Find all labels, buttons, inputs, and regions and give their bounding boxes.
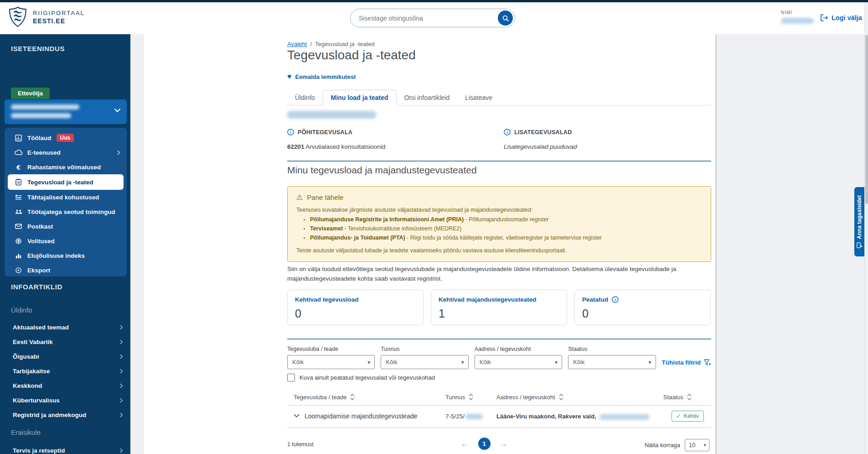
page-number-button[interactable]: 1 xyxy=(478,438,491,450)
logout-icon xyxy=(821,14,828,21)
secondary-activities-label: LISATEGEVUSALAD xyxy=(514,129,572,136)
stat-cards: Kehtivad tegevusload 0 Kehtivad majandus… xyxy=(287,290,711,325)
filter-select-tegevusluba[interactable]: Kõik▾ xyxy=(287,355,375,369)
portal-name: RIIGIPORTAAL xyxy=(33,10,85,16)
table-header: Tegevusluba / teade Tunnus Aadress / teg… xyxy=(287,393,711,405)
filter-label-staatus: Staatus xyxy=(568,346,656,352)
tab-minu-load-ja-teated[interactable]: Minu load ja teated xyxy=(323,90,397,105)
next-page-arrow[interactable]: → xyxy=(500,439,508,449)
role-badge[interactable]: Ettevõtja xyxy=(11,88,50,99)
redacted-address-suffix xyxy=(599,414,650,420)
nav-item-label: Keskkond xyxy=(13,382,42,389)
sidebar-item-tarbijakaitse[interactable]: Tarbijakaitse xyxy=(0,364,130,378)
remove-favorite-button[interactable]: ♥ Eemalda lemmikutest xyxy=(287,73,356,80)
results-count: 1 tulemust xyxy=(287,441,314,448)
status-badge: ✓ Kehtiv xyxy=(672,411,704,422)
tab-uldinfo[interactable]: Üldinfo xyxy=(287,90,323,105)
notice-item: Põllumajanduse Registrite ja Informatsio… xyxy=(296,216,702,223)
column-header-tegevusluba[interactable]: Tegevusluba / teade xyxy=(294,393,355,401)
chevron-right-icon xyxy=(120,339,123,344)
checkbox[interactable] xyxy=(287,374,295,381)
sidebar-item-elujoulisus[interactable]: Elujõulisuse indeks xyxy=(5,248,127,263)
redacted-org-name-line2 xyxy=(11,113,71,118)
scrollbar-thumb[interactable] xyxy=(865,35,868,204)
status-label: Kehtiv xyxy=(684,413,699,419)
sort-icon[interactable] xyxy=(469,393,473,401)
sidebar-item-tahtajalised[interactable]: Tähtajalised kohustused xyxy=(5,190,127,204)
filter-bar: Tegevusluba / teade Kõik▾ Tunnus Kõik▾ A… xyxy=(287,346,711,369)
caret-down-icon: ▾ xyxy=(461,359,464,365)
row-license-name[interactable]: Loomapidamise majandustegevusteade xyxy=(305,412,418,420)
sort-icon[interactable] xyxy=(559,393,563,401)
stat-value: 1 xyxy=(439,307,559,320)
sidebar-item-oigusabi[interactable]: Õigusabi xyxy=(0,350,130,363)
per-page-select[interactable]: 10 ▾ xyxy=(685,439,709,451)
section-divider xyxy=(287,339,711,339)
sidebar-item-label: E-teenused xyxy=(27,149,61,156)
suspended-only-checkbox-row[interactable]: Kuva ainult peatatud tegevusalad või teg… xyxy=(287,374,435,381)
sidebar: ISETEENINDUS Ettevõtja Töölaud Uus E-tee… xyxy=(0,34,130,454)
check-icon: ✓ xyxy=(677,413,681,419)
nav-item-label: Tarbijakaitse xyxy=(13,368,50,375)
sort-icon[interactable] xyxy=(687,393,692,401)
filter-select-tunnus[interactable]: Kõik▾ xyxy=(381,355,468,369)
redacted-org-name-line1 xyxy=(11,104,79,110)
new-badge: Uus xyxy=(57,134,74,142)
sidebar-item-kuberturvalisus[interactable]: Küberturvalisus xyxy=(0,393,130,407)
chevron-down-icon xyxy=(114,109,120,113)
search-input[interactable] xyxy=(351,15,498,22)
bar-chart-icon xyxy=(15,253,22,259)
search-button[interactable] xyxy=(498,10,513,26)
breadcrumb-home-link[interactable]: Avaleht xyxy=(287,41,307,47)
sidebar-item-label: Töölaud xyxy=(27,135,52,141)
sidebar-item-rahastamine[interactable]: € Rahastamise võimalused xyxy=(5,160,127,174)
info-icon[interactable] xyxy=(287,129,294,136)
column-header-aadress[interactable]: Aadress / tegevuskoht xyxy=(496,393,563,401)
sidebar-item-toolaud[interactable]: Töölaud Uus xyxy=(5,130,127,145)
sidebar-item-tervis[interactable]: Tervis ja retseptid xyxy=(0,444,130,454)
expand-row-chevron-icon[interactable] xyxy=(294,414,300,418)
clear-filters-button[interactable]: Tühista filtrid xyxy=(662,359,712,366)
sidebar-item-eesti-vabariik[interactable]: Eesti Vabariik xyxy=(0,335,130,349)
breadcrumb-spacer xyxy=(312,41,315,47)
info-icon[interactable] xyxy=(612,296,619,303)
cloud-icon xyxy=(15,150,22,155)
feedback-tab[interactable]: Anna tagasisidet xyxy=(854,187,864,256)
sidebar-item-aktuaalsed-teemad[interactable]: Aktuaalsed teemad xyxy=(0,320,130,334)
warning-icon: ⚠ xyxy=(296,194,303,201)
primary-activity-field: PÕHITEGEVUSALA 62201 Arvutialased konsul… xyxy=(287,129,385,150)
stat-card-valid-notices: Kehtivad majandustegevusteated 1 xyxy=(431,290,567,325)
sidebar-item-label: Volitused xyxy=(27,238,55,245)
sidebar-item-postkast[interactable]: Postkast xyxy=(5,219,127,234)
filter-label-tunnus: Tunnus xyxy=(381,346,468,352)
notice-list: Põllumajanduse Registrite ja Informatsio… xyxy=(296,216,702,241)
filter-select-aadress[interactable]: Kõik▾ xyxy=(475,355,562,369)
search-icon xyxy=(502,15,509,22)
sidebar-item-label: Töötajatega seotud toimingud xyxy=(27,209,115,215)
column-header-staatus[interactable]: Staatus xyxy=(663,393,692,401)
sidebar-item-tootajad[interactable]: Töötajatega seotud toimingud xyxy=(5,204,127,219)
sidebar-item-tegevusload[interactable]: Tegevusload ja -teated xyxy=(8,174,124,190)
previous-page-arrow[interactable]: ← xyxy=(460,439,469,449)
nav-item-label: Tervis ja retseptid xyxy=(13,447,65,454)
header: RIIGIPORTAAL EESTI.EE NIMI Logi välja xyxy=(0,2,868,34)
portal-logo[interactable]: RIIGIPORTAAL EESTI.EE xyxy=(8,6,85,28)
caret-down-icon: ▾ xyxy=(703,442,706,448)
secondary-activities-value: Lisategevusalad puuduvad xyxy=(504,143,577,150)
stat-value: 0 xyxy=(295,307,416,320)
sidebar-item-registrid[interactable]: Registrid ja andmekogud xyxy=(0,408,130,422)
sidebar-item-volitused[interactable]: Volitused xyxy=(5,234,127,248)
column-header-tunnus[interactable]: Tunnus xyxy=(445,393,473,401)
page-scrollbar xyxy=(864,2,868,454)
organization-selector[interactable] xyxy=(5,99,127,124)
tab-lisateave[interactable]: Lisateave xyxy=(457,90,500,105)
info-icon[interactable] xyxy=(504,129,511,136)
sidebar-item-e-teenused[interactable]: E-teenused xyxy=(5,145,127,160)
tab-otsi-infoartikleid[interactable]: Otsi infoartikleid xyxy=(397,90,458,105)
redacted-company-name xyxy=(287,111,376,119)
sidebar-item-keskkond[interactable]: Keskkond xyxy=(0,379,130,392)
chevron-right-icon xyxy=(120,412,123,417)
logout-link[interactable]: Logi välja xyxy=(821,14,862,21)
filter-select-staatus[interactable]: Kõik▾ xyxy=(568,355,656,369)
sort-icon[interactable] xyxy=(350,393,355,401)
